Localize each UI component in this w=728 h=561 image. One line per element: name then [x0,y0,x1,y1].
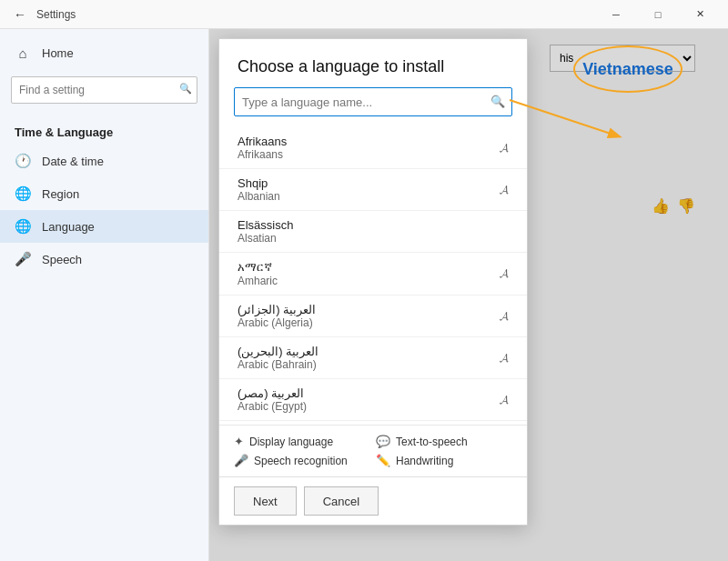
modal-footer: Next Cancel [219,476,527,525]
lang-feature-icon: 𝓐 [500,183,509,197]
sidebar-section-title: Time & Language [0,115,208,145]
text-to-speech-icon: 💬 [376,435,390,448]
sidebar-search-icon: 🔍 [179,83,192,95]
cancel-button[interactable]: Cancel [304,486,379,516]
annotation-area: Vietnamese [528,38,719,552]
lang-feature-icon: 𝓐 [500,309,509,324]
back-button[interactable]: ← [7,2,33,27]
feature-speech-recognition: 🎤 Speech recognition [234,454,370,467]
app-body: ⌂ Home 🔍 Time & Language 🕐 Date & time 🌐… [0,29,728,561]
lang-feature-icon: 𝓐 [500,141,509,155]
speech-recognition-icon: 🎤 [234,454,248,467]
lang-feature-icon: 𝓐 [500,351,509,366]
handwriting-icon: ✏️ [376,454,390,467]
display-language-icon: ✦ [234,435,244,448]
sidebar-search-input[interactable] [11,76,197,104]
minimize-button[interactable]: ─ [595,0,637,29]
date-time-icon: 🕐 [15,153,31,169]
close-button[interactable]: ✕ [679,0,721,29]
sidebar: ⌂ Home 🔍 Time & Language 🕐 Date & time 🌐… [0,29,209,561]
list-item[interactable]: Shqip Albanian 𝓐 [219,169,527,211]
language-icon: 🌐 [15,218,31,235]
language-install-modal: Choose a language to install 🔍 Afrikaans… [218,38,528,526]
window-controls: ─ □ ✕ [595,0,721,29]
sidebar-item-date-time[interactable]: 🕐 Date & time [0,145,208,177]
vietnamese-annotation: Vietnamese [573,45,682,93]
lang-feature-icon: 𝓐 [500,266,509,281]
sidebar-search-container: 🔍 [11,76,197,104]
home-icon: ⌂ [15,45,31,61]
modal-search-container: 🔍 [234,87,512,116]
modal-features: ✦ Display language 💬 Text-to-speech 🎤 Sp… [219,425,527,476]
svg-line-0 [510,100,619,136]
modal-overlay: Choose a language to install 🔍 Afrikaans… [209,29,728,561]
lang-feature-icon: 𝓐 [500,393,509,407]
list-item[interactable]: Elsässisch Alsatian [219,211,527,253]
feature-display-language: ✦ Display language [234,435,370,448]
annotation-arrow [510,82,692,155]
feature-text-to-speech: 💬 Text-to-speech [376,435,512,448]
list-item[interactable]: العربية (الجزائر) Arabic (Algeria) 𝓐 [219,296,527,337]
next-button[interactable]: Next [234,486,297,516]
speech-icon: 🎤 [15,251,31,267]
title-bar: ← Settings ─ □ ✕ [0,0,728,29]
sidebar-item-region[interactable]: 🌐 Region [0,177,208,210]
maximize-button[interactable]: □ [637,0,679,29]
region-icon: 🌐 [15,185,31,202]
language-search-input[interactable] [234,87,512,116]
annotation-text: Vietnamese [582,60,673,79]
app-title: Settings [36,8,595,21]
sidebar-item-home[interactable]: ⌂ Home [0,36,208,69]
modal-title: Choose a language to install [219,39,527,87]
list-item[interactable]: العربية (مصر) Arabic (Egypt) 𝓐 [219,379,527,421]
list-item[interactable]: አማርኛ Amharic 𝓐 [219,253,527,296]
list-item[interactable]: Afrikaans Afrikaans 𝓐 [219,127,527,169]
sidebar-item-speech[interactable]: 🎤 Speech [0,243,208,275]
main-content: his at they 👍 👎 Choose a language to ins… [209,29,728,561]
list-item[interactable]: العربية (البحرين) Arabic (Bahrain) 𝓐 [219,337,527,379]
sidebar-item-language[interactable]: 🌐 Language [0,210,208,243]
language-list: Afrikaans Afrikaans 𝓐 Shqip Albanian 𝓐 [219,124,527,425]
modal-search-icon: 🔍 [490,95,505,108]
feature-handwriting: ✏️ Handwriting [376,454,512,467]
